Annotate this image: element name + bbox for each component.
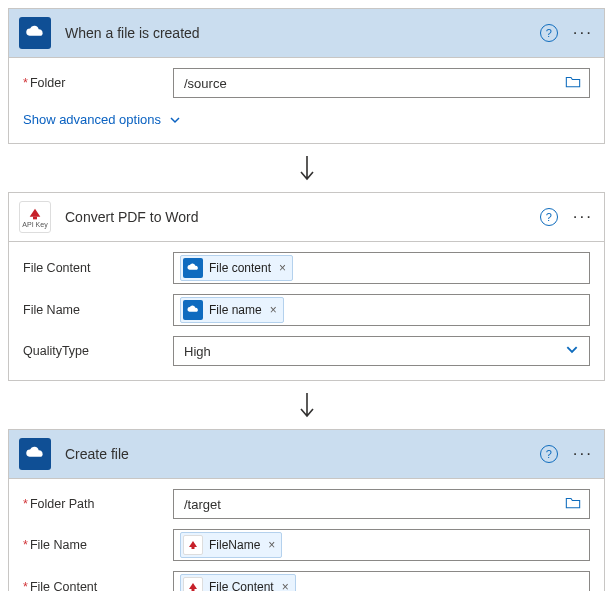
- file-content-label: File Content: [23, 261, 173, 275]
- onedrive-icon: [19, 438, 51, 470]
- step3-body: *Folder Path /target *File Name FileName: [9, 479, 604, 591]
- chevron-down-icon: [565, 343, 579, 360]
- folder-picker-icon[interactable]: [565, 496, 581, 513]
- token-remove-icon[interactable]: ×: [279, 261, 286, 275]
- flow-arrow: [8, 385, 605, 429]
- step-when-file-created: When a file is created ? ··· *Folder /so…: [8, 8, 605, 144]
- step1-title: When a file is created: [65, 25, 540, 41]
- onedrive-icon: [183, 300, 203, 320]
- folder-label: *Folder: [23, 76, 173, 90]
- file-name-input[interactable]: File name ×: [173, 294, 590, 326]
- file-content-input[interactable]: File content ×: [173, 252, 590, 284]
- help-icon[interactable]: ?: [540, 208, 558, 226]
- apikey-icon: [183, 577, 203, 591]
- file-name-token[interactable]: File name ×: [180, 297, 284, 323]
- show-advanced-options[interactable]: Show advanced options: [23, 108, 181, 129]
- apikey-icon: API Key: [19, 201, 51, 233]
- step3-title: Create file: [65, 446, 540, 462]
- token-remove-icon[interactable]: ×: [268, 538, 275, 552]
- step2-body: File Content File content × File Name: [9, 242, 604, 380]
- chevron-down-icon: [169, 114, 181, 126]
- step-convert-pdf-to-word: API Key Convert PDF to Word ? ··· File C…: [8, 192, 605, 381]
- file-name-label: File Name: [23, 303, 173, 317]
- quality-type-select[interactable]: High: [173, 336, 590, 366]
- onedrive-icon: [19, 17, 51, 49]
- file-content-token[interactable]: File content ×: [180, 255, 293, 281]
- more-menu-icon[interactable]: ···: [572, 212, 594, 222]
- token-remove-icon[interactable]: ×: [282, 580, 289, 591]
- more-menu-icon[interactable]: ···: [572, 28, 594, 38]
- step2-header[interactable]: API Key Convert PDF to Word ? ···: [9, 193, 604, 242]
- token-remove-icon[interactable]: ×: [270, 303, 277, 317]
- file-name-label: *File Name: [23, 538, 173, 552]
- step3-header[interactable]: Create file ? ···: [9, 430, 604, 479]
- folder-path-label: *Folder Path: [23, 497, 173, 511]
- onedrive-icon: [183, 258, 203, 278]
- step1-header[interactable]: When a file is created ? ···: [9, 9, 604, 58]
- folder-input[interactable]: /source: [173, 68, 590, 98]
- file-name-input[interactable]: FileName ×: [173, 529, 590, 561]
- step1-body: *Folder /source Show advanced options: [9, 58, 604, 143]
- step-create-file: Create file ? ··· *Folder Path /target *…: [8, 429, 605, 591]
- folder-picker-icon[interactable]: [565, 75, 581, 92]
- more-menu-icon[interactable]: ···: [572, 449, 594, 459]
- help-icon[interactable]: ?: [540, 445, 558, 463]
- file-name-token[interactable]: FileName ×: [180, 532, 282, 558]
- file-content-input[interactable]: File Content ×: [173, 571, 590, 591]
- step2-title: Convert PDF to Word: [65, 209, 540, 225]
- flow-arrow: [8, 148, 605, 192]
- quality-type-label: QualityType: [23, 344, 173, 358]
- file-content-label: *File Content: [23, 580, 173, 591]
- file-content-token[interactable]: File Content ×: [180, 574, 296, 591]
- help-icon[interactable]: ?: [540, 24, 558, 42]
- folder-path-input[interactable]: /target: [173, 489, 590, 519]
- apikey-icon: [183, 535, 203, 555]
